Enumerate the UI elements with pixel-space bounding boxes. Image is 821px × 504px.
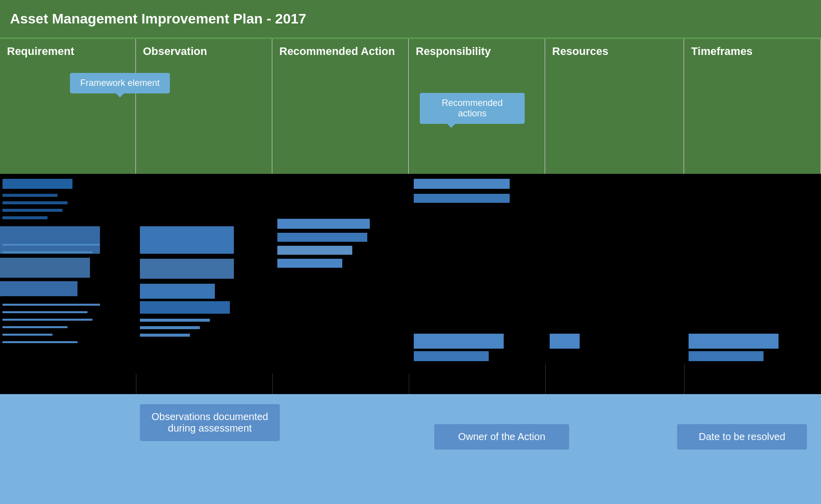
tooltip-date-resolved: Date to be resolved [677,424,807,450]
header-bar: Asset Management Improvement Plan - 2017 [0,0,821,39]
req-line-2 [2,251,92,253]
dark-overlay-3 [370,174,410,374]
column-headers: Requirement Observation Recommended Acti… [0,39,821,174]
res-block-1 [550,334,580,349]
time-block-2 [689,351,764,361]
req-bar-3 [2,201,67,204]
tooltip-owner-action: Owner of the Action [434,424,569,450]
col-header-timeframes: Timeframes [684,39,821,174]
req-bar-4 [2,209,62,212]
obs-block-3 [140,284,215,299]
dark-overlay-6 [780,174,821,364]
time-block-1 [689,334,779,349]
req-bar-5 [2,216,47,219]
obs-block-2 [140,259,240,279]
main-container: Asset Management Improvement Plan - 2017… [0,0,821,504]
col-header-recommended-action: Recommended Action [272,39,409,174]
content-area [0,174,821,394]
req-bar-1 [2,179,72,189]
tooltip-recommended-actions: Recommended actions [420,93,525,124]
dark-overlay-5 [645,174,685,364]
dark-overlay-2 [234,174,274,374]
dark-overlay-4 [510,174,547,364]
dark-overlay-1 [100,174,140,374]
req-line-8 [2,341,77,343]
col-header-resources: Resources [545,39,684,174]
page-title: Asset Management Improvement Plan - 2017 [10,11,306,27]
col-header-requirement: Requirement [0,39,136,174]
resp-block-2 [414,194,514,203]
tooltip-framework-element: Framework element [70,73,170,93]
rec-block-1 [277,219,377,229]
req-line-4 [2,311,87,313]
req-block-large [0,226,115,254]
req-line-1 [2,244,102,246]
rec-block-2 [277,233,367,242]
obs-block-7 [140,334,190,337]
req-line-5 [2,319,92,321]
rec-block-3 [277,246,352,255]
req-bar-2 [2,194,57,197]
obs-block-4 [140,301,230,314]
req-block-3 [0,281,77,296]
req-line-7 [2,334,52,336]
obs-block-6 [140,326,200,329]
footer-area: Observations documented during assessmen… [0,394,821,504]
tooltip-observations: Observations documented during assessmen… [140,404,280,441]
req-line-6 [2,326,67,328]
rec-block-4 [277,259,342,268]
resp-block-4 [414,351,489,361]
col-header-observation: Observation [136,39,272,174]
obs-block-5 [140,319,210,322]
resp-block-3 [414,334,504,349]
req-line-3 [2,304,102,306]
req-block-2 [0,258,90,278]
